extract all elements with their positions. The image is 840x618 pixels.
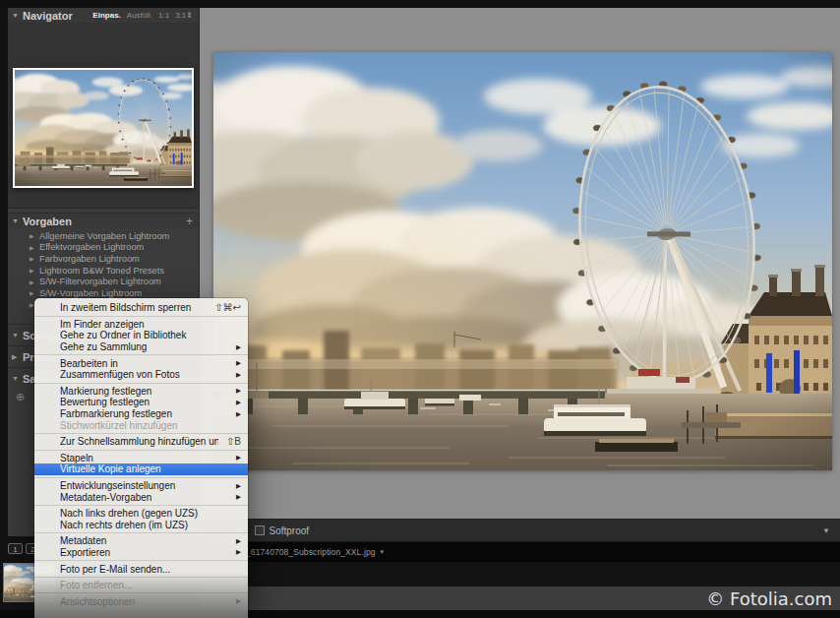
menu-item-label: Zusammenfügen von Fotos xyxy=(60,369,228,380)
window-left-strip xyxy=(0,8,8,536)
menu-item-label: Gehe zu Ordner in Bibliothek xyxy=(60,330,241,340)
chevron-right-icon: ▶ xyxy=(30,244,39,251)
navigator-preview-area xyxy=(8,23,199,209)
menu-item-bearbeiten-in[interactable]: Bearbeiten in▶ xyxy=(34,357,248,369)
preset-folder-lightroom-b-w-toned-presets[interactable]: ▶Lightroom B&W Toned Presets xyxy=(8,265,199,277)
watermark-text: © Fotolia.com xyxy=(706,588,832,609)
chevron-right-icon: ▶ xyxy=(12,353,23,361)
preset-folder-s-w-filtervorgaben-lightroom[interactable]: ▶S/W-Filtervorgaben Lightroom xyxy=(8,276,199,287)
menu-item-gehe-zu-ordner-in-bibliothek[interactable]: Gehe zu Ordner in Bibliothek xyxy=(34,330,248,341)
menu-item-zur-schnellsammlung-hinzufügen-und-nächste[interactable]: Zur Schnellsammlung hinzufügen und nächs… xyxy=(34,436,248,448)
menu-item-stapeln[interactable]: Stapeln▶ xyxy=(34,453,248,464)
menu-separator xyxy=(34,560,248,561)
photo-london-eye[interactable] xyxy=(213,52,832,470)
menu-item-label: Bearbeiten in xyxy=(60,358,228,369)
menu-item-label: Foto entfernen... xyxy=(60,580,241,590)
watermark-bar: © Fotolia.com xyxy=(200,587,840,610)
preset-folder-label: Allgemeine Vorgaben Lightroom xyxy=(39,231,169,241)
menu-item-label: Foto per E-Mail senden... xyxy=(60,564,241,575)
menu-separator xyxy=(34,477,248,478)
navigator-panel-header[interactable]: ▼ Navigator Einpas.Ausfüll.1:13:1 ⇕ xyxy=(8,8,199,23)
softproof-label: Softproof xyxy=(270,525,310,536)
navigator-title: Navigator xyxy=(23,10,73,22)
menu-item-stichwortkürzel-hinzufügen: Stichwortkürzel hinzufügen xyxy=(34,419,248,431)
menu-separator xyxy=(34,354,248,355)
menu-item-shortcut: ⇧B xyxy=(226,436,241,447)
filename-bar: _61740708_Subscription_XXL.jpg ▾ xyxy=(200,542,840,562)
submenu-arrow-icon: ▶ xyxy=(236,548,241,556)
filename-text[interactable]: _61740708_Subscription_XXL.jpg xyxy=(246,547,376,557)
filmstrip-background xyxy=(200,562,840,587)
menu-separator xyxy=(34,383,248,384)
submenu-arrow-icon: ▶ xyxy=(236,454,241,462)
preset-folder-s-w-vorgaben-lightroom[interactable]: ▶S/W-Vorgaben Lightroom xyxy=(8,287,199,299)
menu-item-in-zweitem-bildschirm-sperren[interactable]: In zweitem Bildschirm sperren⇧⌘↩ xyxy=(34,302,248,314)
secondary-window-button-1[interactable]: 1 xyxy=(8,543,23,554)
menu-item-bewertung-festlegen[interactable]: Bewertung festlegen▶ xyxy=(34,397,248,408)
menu-separator xyxy=(34,505,248,506)
preset-folder-label: S/W-Filtervorgaben Lightroom xyxy=(39,277,161,286)
chevron-down-icon: ▼ xyxy=(12,375,23,382)
zoom-ratio-expander-icon[interactable]: ⇕ xyxy=(186,11,193,20)
menu-item-ansichtsoptionen: Ansichtsoptionen▶ xyxy=(34,595,248,607)
preset-folder-effektvorgaben-lightroom[interactable]: ▶Effektvorgaben Lightroom xyxy=(8,242,199,254)
menu-item-im-finder-anzeigen[interactable]: Im Finder anzeigen xyxy=(34,319,248,331)
chevron-right-icon: ▶ xyxy=(30,232,39,239)
presets-panel-header[interactable]: ▼ Vorgaben + xyxy=(8,213,199,228)
toolbar-menu-icon[interactable]: ▼ xyxy=(822,526,830,535)
navigator-zoom-option-1-1[interactable]: 1:1 xyxy=(158,11,169,20)
menu-item-label: Farbmarkierung festlegen xyxy=(60,408,228,419)
menu-item-label: Exportieren xyxy=(60,547,228,558)
submenu-arrow-icon: ▶ xyxy=(236,371,241,379)
submenu-arrow-icon: ▶ xyxy=(236,482,241,490)
chevron-right-icon: ▶ xyxy=(30,289,39,296)
menu-item-label: Gehe zu Sammlung xyxy=(60,341,228,352)
menu-item-zusammenfügen-von-fotos[interactable]: Zusammenfügen von Fotos▶ xyxy=(34,369,248,381)
menu-item-gehe-zu-sammlung[interactable]: Gehe zu Sammlung▶ xyxy=(34,341,248,353)
menu-separator xyxy=(34,532,248,533)
filename-dropdown-icon[interactable]: ▾ xyxy=(381,548,385,556)
window-top-strip xyxy=(0,0,840,8)
preset-folder-label: S/W-Vorgaben Lightroom xyxy=(39,288,142,298)
navigator-zoom-option-3-1[interactable]: 3:1 xyxy=(175,11,186,20)
submenu-arrow-icon: ▶ xyxy=(236,537,241,545)
preset-folder-allgemeine-vorgaben-lightroom[interactable]: ▶Allgemeine Vorgaben Lightroom xyxy=(8,230,199,242)
menu-item-metadaten-vorgaben[interactable]: Metadaten-Vorgaben▶ xyxy=(34,491,248,503)
menu-item-nach-links-drehen-gegen-uzs[interactable]: Nach links drehen (gegen UZS) xyxy=(34,508,248,520)
menu-item-foto-entfernen: Foto entfernen... xyxy=(34,580,248,591)
softproof-checkbox[interactable] xyxy=(255,525,265,535)
menu-item-entwicklungseinstellungen[interactable]: Entwicklungseinstellungen▶ xyxy=(34,480,248,492)
menu-item-label: Entwicklungseinstellungen xyxy=(60,480,228,491)
submenu-arrow-icon: ▶ xyxy=(236,410,241,418)
main-canvas xyxy=(200,8,840,519)
menu-item-nach-rechts-drehen-im-uzs[interactable]: Nach rechts drehen (im UZS) xyxy=(34,520,248,531)
chevron-right-icon: ▶ xyxy=(30,255,39,262)
menu-item-metadaten[interactable]: Metadaten▶ xyxy=(34,535,248,547)
submenu-arrow-icon: ▶ xyxy=(236,493,241,501)
navigator-preview-image[interactable] xyxy=(13,68,194,188)
chevron-right-icon: ▶ xyxy=(30,278,39,285)
submenu-arrow-icon: ▶ xyxy=(236,343,241,351)
menu-item-label: Bewertung festlegen xyxy=(60,397,228,407)
navigator-zoom-option-einpas[interactable]: Einpas. xyxy=(92,11,120,20)
menu-item-foto-per-e-mail-senden[interactable]: Foto per E-Mail senden... xyxy=(34,563,248,575)
preset-folder-label: Effektvorgaben Lightroom xyxy=(39,242,144,252)
preset-folder-label: Farbvorgaben Lightroom xyxy=(39,254,140,264)
menu-item-virtuelle-kopie-anlegen[interactable]: Virtuelle Kopie anlegen xyxy=(34,464,248,475)
menu-item-label: In zweitem Bildschirm sperren xyxy=(60,302,207,313)
submenu-arrow-icon: ▶ xyxy=(236,399,241,406)
menu-item-label: Markierung festlegen xyxy=(60,386,228,397)
preset-folder-label: Lightroom B&W Toned Presets xyxy=(39,266,164,276)
menu-item-label: Im Finder anzeigen xyxy=(60,319,241,330)
chevron-down-icon: ▼ xyxy=(12,12,23,19)
menu-item-exportieren[interactable]: Exportieren▶ xyxy=(34,547,248,559)
chevron-down-icon: ▼ xyxy=(12,217,23,224)
menu-item-farbmarkierung-festlegen[interactable]: Farbmarkierung festlegen▶ xyxy=(34,408,248,420)
toolbar: ▾ Softproof ▼ xyxy=(200,519,840,542)
navigator-zoom-option-ausfüll[interactable]: Ausfüll. xyxy=(127,11,152,20)
collection-filter-icon[interactable]: ⊕ xyxy=(16,391,25,403)
add-preset-button[interactable]: + xyxy=(186,215,193,228)
preset-folder-farbvorgaben-lightroom[interactable]: ▶Farbvorgaben Lightroom xyxy=(8,253,199,265)
menu-item-markierung-festlegen[interactable]: Markierung festlegen▶ xyxy=(34,386,248,398)
menu-item-label: Metadaten xyxy=(60,535,228,546)
